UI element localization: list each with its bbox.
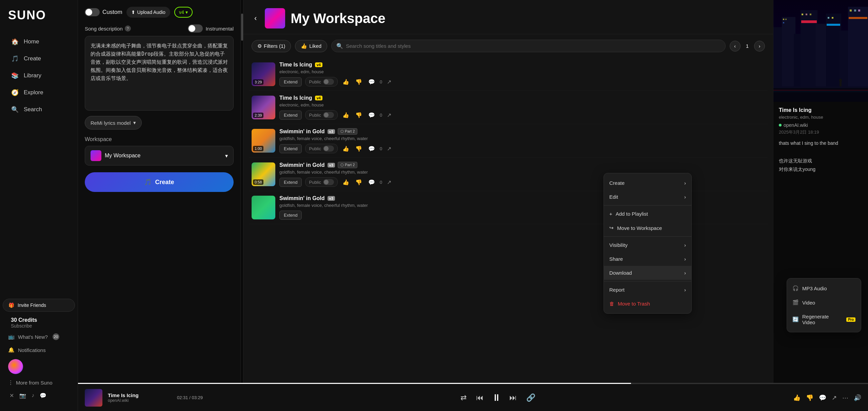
custom-toggle[interactable]: Custom [85,8,122,16]
create-button-label: Create [155,179,174,186]
public-switch[interactable] [323,79,334,85]
avatar[interactable] [8,359,23,374]
public-toggle[interactable]: Public [305,144,337,153]
like-button[interactable]: 👍 [341,77,351,86]
more-from-suno-link[interactable]: ⋮ More from Suno [3,377,75,388]
extend-button[interactable]: Extend [279,111,302,120]
share-button[interactable]: ↗ [386,144,393,153]
dislike-button[interactable]: 👎 [354,144,363,153]
page-prev-button[interactable]: ‹ [730,41,741,52]
public-toggle[interactable]: Public [305,77,337,86]
city-scene [773,0,868,102]
sidebar-item-explore[interactable]: 🧭 Explore [3,85,75,100]
sidebar-item-home[interactable]: 🏠 Home [3,34,75,50]
extend-button[interactable]: Extend [279,211,302,220]
extend-button[interactable]: Extend [279,178,302,187]
ctx-add-playlist[interactable]: + Add to Playlist [604,207,691,221]
dislike-button[interactable]: 👎 [354,77,363,86]
comment-button[interactable]: 💬 [367,111,376,120]
prev-button[interactable]: ⏮ [475,392,485,404]
download-video-item[interactable]: 🎬 Video [787,295,861,310]
public-switch[interactable] [323,112,334,118]
ctx-item-left: 🗑 Move to Trash [609,301,650,307]
ctx-trash-label: Move to Trash [618,301,650,307]
share-button[interactable]: ↗ [386,111,393,120]
twitter-icon[interactable]: ✕ [9,392,14,399]
upload-audio-button[interactable]: ⬆ Upload Audio [126,7,170,18]
song-row: 3:29 Time Is Icing v4 electronic, edm, h… [249,58,768,91]
scrollbar-thumb[interactable] [241,14,243,41]
ctx-edit[interactable]: Edit › [604,190,691,204]
extend-button[interactable]: Extend [279,144,302,153]
custom-switch[interactable] [85,8,100,16]
whats-new-link[interactable]: 📺 What's New? 20 [3,330,75,344]
comment-button[interactable]: 💬 [367,178,376,187]
page-number: 1 [743,43,751,49]
subscribe-link[interactable]: Subscribe [11,323,67,329]
song-tags: electronic, edm, house [279,102,765,107]
lyrics-model-button[interactable]: ReMi lyrics model ▾ [85,116,142,130]
public-switch[interactable] [323,145,334,152]
ctx-create[interactable]: Create › [604,176,691,190]
tiktok-icon[interactable]: ♪ [32,392,34,399]
ctx-share[interactable]: Share › [604,252,691,266]
invite-friends-button[interactable]: 🎁 Invite Friends [3,299,75,312]
regen-video-item[interactable]: 🔄 Regenerate Video Pro [787,310,861,329]
public-toggle[interactable]: Public [305,177,337,187]
share-button[interactable]: ↗ [386,77,393,86]
version-button[interactable]: v4 ▾ [174,7,193,18]
create-button[interactable]: 🎵 Create [85,172,234,192]
public-toggle[interactable]: Public [305,110,337,120]
ctx-item-left: + Add to Playlist [609,211,648,217]
filters-label: Filters (1) [264,43,285,49]
public-switch[interactable] [323,179,334,185]
ctx-visibility[interactable]: Visibility › [604,238,691,252]
page-next-button[interactable]: › [754,41,765,52]
sidebar-item-search[interactable]: 🔍 Search [3,102,75,117]
sidebar: SUNO 🏠 Home 🎵 Create 📚 Library 🧭 Explore… [0,0,78,411]
song-info: Swimmin' in Gold v3 goldfish, female voi… [279,195,765,220]
like-button[interactable]: 👍 [341,111,351,120]
ctx-move-workspace[interactable]: ↪ Move to Workspace [604,221,691,235]
song-actions: Extend Public 👍 👎 💬 0 ↗ [279,77,765,86]
discord-icon[interactable]: 💬 [40,392,46,399]
instagram-icon[interactable]: 📷 [19,392,26,399]
comment-button[interactable]: 💬 [367,144,376,153]
sidebar-label-library: Library [24,72,41,79]
dislike-button[interactable]: 👎 [354,111,363,120]
download-mp3-item[interactable]: 🎧 MP3 Audio [787,281,861,295]
song-info: Time Is Icing v4 electronic, edm, house … [279,62,765,86]
pause-button[interactable]: ⏸ [492,392,501,403]
like-button[interactable]: 👍 [341,144,351,153]
share-button[interactable]: ↗ [386,178,393,187]
sidebar-item-create[interactable]: 🎵 Create [3,51,75,66]
link-button[interactable]: 🔗 [525,392,537,404]
ctx-move-trash[interactable]: 🗑 Move to Trash [604,297,691,311]
extend-button[interactable]: Extend [279,77,302,86]
music-note-icon: 🎵 [144,178,152,186]
workspace-select-name: My Workspace [105,153,141,159]
svg-rect-12 [783,19,784,20]
shuffle-button[interactable]: ⇄ [459,392,468,404]
dislike-button[interactable]: 👎 [354,178,363,187]
comment-button[interactable]: 💬 [367,77,376,86]
song-search-input[interactable] [346,43,720,49]
liked-button[interactable]: 👍 Liked [295,40,327,52]
next-button[interactable]: ⏭ [508,392,518,404]
ctx-move-workspace-label: Move to Workspace [617,225,662,231]
filters-button[interactable]: ⚙ Filters (1) [252,40,291,52]
notifications-link[interactable]: 🔔 Notifications [3,344,75,356]
like-button[interactable]: 👍 [341,178,351,187]
back-button[interactable]: ‹ [252,13,259,24]
custom-label: Custom [102,9,122,16]
song-title-row: Swimmin' in Gold v3 ⬡ Part 2 [279,128,765,135]
instrumental-switch[interactable] [188,24,203,33]
workspace-select[interactable]: My Workspace ▾ [85,146,234,165]
online-indicator [779,124,782,126]
scrollbar-area [241,0,243,411]
sidebar-item-library[interactable]: 📚 Library [3,68,75,83]
ctx-download[interactable]: Download › [604,266,691,280]
ctx-report[interactable]: Report › [604,283,691,297]
description-textarea[interactable]: 充满未来感的电子舞曲，强节奏电子鼓点贯穿全曲，搭配重复的合成器旋律和高能量Dro… [85,36,234,111]
song-thumbnail: 2:39 [252,96,275,119]
